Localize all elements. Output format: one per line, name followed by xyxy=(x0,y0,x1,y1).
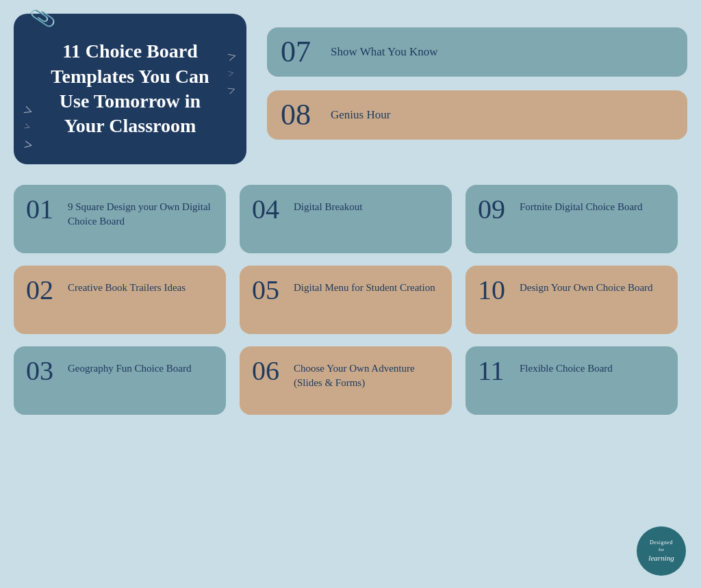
item-10[interactable]: 10 Design Your Own Choice Board xyxy=(466,266,678,334)
deco-arrows-left: > > > xyxy=(24,102,32,154)
top-right-items: 07 Show What You Know 08 Genius Hour xyxy=(267,14,687,140)
item-06-label: Choose Your Own Adventure (Slides & Form… xyxy=(294,357,439,390)
item-08-number: 08 xyxy=(281,100,325,130)
item-03[interactable]: 03 Geography Fun Choice Board xyxy=(14,346,226,415)
logo-for-text: for xyxy=(659,547,664,553)
item-06[interactable]: 06 Choose Your Own Adventure (Slides & F… xyxy=(240,346,452,415)
item-05[interactable]: 05 Digital Menu for Student Creation xyxy=(240,266,452,334)
logo-learning-text: learning xyxy=(648,553,674,563)
item-07-number: 07 xyxy=(281,37,325,67)
item-02[interactable]: 02 Creative Book Trailers Ideas xyxy=(14,266,226,334)
item-11-number: 11 xyxy=(478,357,515,385)
item-04-label: Digital Breakout xyxy=(294,196,362,214)
item-11-label: Flexible Choice Board xyxy=(520,357,613,376)
title-card: 📎 11 Choice Board Templates You Can Use … xyxy=(14,14,246,164)
main-grid: 01 9 Square Design your Own Digital Choi… xyxy=(14,185,687,415)
item-01-number: 01 xyxy=(26,196,64,223)
page-wrapper: 📎 11 Choice Board Templates You Can Use … xyxy=(0,0,701,588)
item-02-label: Creative Book Trailers Ideas xyxy=(68,277,186,295)
item-06-number: 06 xyxy=(252,357,290,385)
item-05-label: Digital Menu for Student Creation xyxy=(294,277,435,295)
item-04[interactable]: 04 Digital Breakout xyxy=(240,185,452,253)
item-02-number: 02 xyxy=(26,277,64,304)
item-11[interactable]: 11 Flexible Choice Board xyxy=(466,346,678,415)
item-03-label: Geography Fun Choice Board xyxy=(68,357,191,376)
item-05-number: 05 xyxy=(252,277,290,304)
logo-designed-text: Designed xyxy=(650,539,673,546)
item-10-number: 10 xyxy=(478,277,515,304)
item-01[interactable]: 01 9 Square Design your Own Digital Choi… xyxy=(14,185,226,253)
item-07[interactable]: 07 Show What You Know xyxy=(267,27,687,77)
item-09[interactable]: 09 Fortnite Digital Choice Board xyxy=(466,185,678,253)
item-09-label: Fortnite Digital Choice Board xyxy=(520,196,643,214)
item-09-number: 09 xyxy=(478,196,515,223)
deco-arrows-right: > > > xyxy=(228,48,236,98)
item-01-label: 9 Square Design your Own Digital Choice … xyxy=(68,196,214,229)
item-03-number: 03 xyxy=(26,357,64,385)
item-10-label: Design Your Own Choice Board xyxy=(520,277,653,295)
main-title: 11 Choice Board Templates You Can Use To… xyxy=(51,39,209,139)
logo-circle: Designed for learning xyxy=(637,526,686,576)
item-04-number: 04 xyxy=(252,196,290,223)
item-08[interactable]: 08 Genius Hour xyxy=(267,90,687,140)
top-section: 📎 11 Choice Board Templates You Can Use … xyxy=(14,14,687,164)
paperclip-icon: 📎 xyxy=(28,4,57,32)
item-07-label: Show What You Know xyxy=(331,44,438,60)
item-08-label: Genius Hour xyxy=(331,107,390,123)
